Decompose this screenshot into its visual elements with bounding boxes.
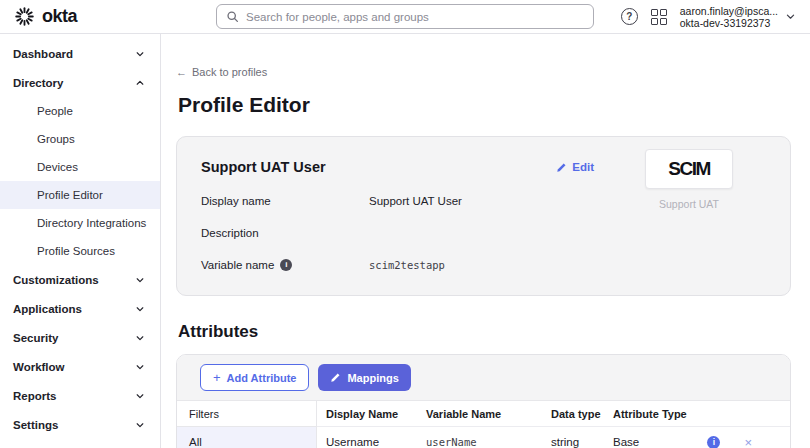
- sidebar-item-settings[interactable]: Settings: [0, 410, 160, 439]
- sidebar-item-reports[interactable]: Reports: [0, 381, 160, 410]
- scim-logo-text: SCIM: [668, 158, 710, 180]
- chevron-down-icon: [135, 333, 145, 343]
- field-display-name: Display name Support UAT User: [201, 194, 594, 207]
- sidebar-item-applications[interactable]: Applications: [0, 294, 160, 323]
- mappings-icon: [330, 372, 341, 383]
- chevron-down-icon: [135, 304, 145, 314]
- sidebar-item-security[interactable]: Security: [0, 323, 160, 352]
- field-label: Description: [201, 227, 369, 239]
- table-header-row: Display Name Variable Name Data type Att…: [317, 401, 790, 427]
- attributes-panel: + Add Attribute Mappings Filters All Bas…: [176, 354, 791, 448]
- plus-icon: +: [213, 371, 221, 384]
- field-label: Variable name: [201, 259, 274, 271]
- filter-all[interactable]: All: [177, 427, 316, 448]
- sidebar-item-devices[interactable]: Devices: [0, 153, 160, 181]
- sidebar: Dashboard Directory People Groups Device…: [0, 34, 161, 448]
- chevron-down-icon: [135, 420, 145, 430]
- account-org: okta-dev-33192373: [680, 17, 778, 29]
- app-logo-caption: Support UAT: [659, 198, 719, 210]
- search-bar[interactable]: [216, 4, 594, 29]
- page-title: Profile Editor: [178, 93, 791, 117]
- cell-attribute-type: Base: [613, 436, 699, 448]
- apps-grid-icon[interactable]: [651, 9, 667, 25]
- chevron-down-icon: [135, 275, 145, 285]
- account-menu[interactable]: aaron.finlay@ipsca... okta-dev-33192373: [680, 5, 796, 29]
- profile-card: Support UAT User Edit Display name Suppo…: [176, 136, 791, 296]
- column-header-display-name: Display Name: [317, 408, 426, 420]
- attributes-table: Display Name Variable Name Data type Att…: [317, 401, 790, 448]
- sidebar-item-customizations[interactable]: Customizations: [0, 265, 160, 294]
- chevron-down-icon: [785, 11, 796, 22]
- table-row: Username userName string Base i ×: [317, 427, 790, 448]
- sidebar-item-people[interactable]: People: [0, 97, 160, 125]
- search-icon: [226, 10, 239, 23]
- okta-sunburst-icon: [14, 6, 35, 27]
- main-content: ← Back to profiles Profile Editor Suppor…: [161, 34, 810, 448]
- field-variable-name: Variable name i scim2testapp: [201, 258, 594, 271]
- scim-app-logo: SCIM: [645, 149, 733, 189]
- chevron-up-icon: [135, 78, 145, 88]
- column-header-attribute-type: Attribute Type: [613, 408, 699, 420]
- help-icon[interactable]: ?: [621, 8, 638, 25]
- attributes-title: Attributes: [178, 322, 791, 342]
- sidebar-item-directory-integrations[interactable]: Directory Integrations: [0, 209, 160, 237]
- chevron-down-icon: [135, 362, 145, 372]
- okta-logo[interactable]: okta: [14, 6, 77, 27]
- topbar: okta ? aaron.finlay@ipsca... okta-dev-33…: [0, 0, 810, 34]
- add-attribute-button[interactable]: + Add Attribute: [200, 364, 309, 391]
- search-input[interactable]: [246, 11, 584, 23]
- profile-name: Support UAT User: [201, 159, 326, 175]
- sidebar-item-directory[interactable]: Directory: [0, 68, 160, 97]
- column-header-data-type: Data type: [551, 408, 613, 420]
- edit-pencil-icon: [556, 162, 567, 173]
- cell-display-name: Username: [317, 436, 426, 448]
- chevron-down-icon: [135, 391, 145, 401]
- delete-attribute-icon[interactable]: ×: [744, 436, 752, 448]
- cell-data-type: string: [551, 436, 613, 448]
- okta-wordmark: okta: [42, 6, 77, 27]
- sidebar-item-profile-sources[interactable]: Profile Sources: [0, 237, 160, 265]
- sidebar-item-groups[interactable]: Groups: [0, 125, 160, 153]
- field-description: Description: [201, 226, 594, 239]
- attribute-info-icon[interactable]: i: [707, 436, 720, 448]
- edit-button[interactable]: Edit: [556, 161, 594, 173]
- sidebar-item-dashboard[interactable]: Dashboard: [0, 39, 160, 68]
- sidebar-item-profile-editor[interactable]: Profile Editor: [0, 181, 160, 209]
- attributes-toolbar: + Add Attribute Mappings: [177, 355, 790, 401]
- sidebar-item-workflow[interactable]: Workflow: [0, 352, 160, 381]
- account-email: aaron.finlay@ipsca...: [680, 5, 778, 17]
- back-arrow-icon: ←: [176, 66, 187, 78]
- info-icon[interactable]: i: [280, 259, 292, 271]
- filters-title: Filters: [177, 401, 316, 427]
- column-header-variable-name: Variable Name: [426, 408, 551, 420]
- field-value: Support UAT User: [369, 195, 462, 207]
- chevron-down-icon: [135, 49, 145, 59]
- back-to-profiles-link[interactable]: ← Back to profiles: [176, 66, 267, 78]
- cell-variable-name: userName: [426, 436, 551, 448]
- field-label: Display name: [201, 195, 369, 207]
- filters-column: Filters All Base Custom: [177, 401, 317, 448]
- mappings-button[interactable]: Mappings: [318, 364, 410, 391]
- field-value: scim2testapp: [369, 259, 445, 271]
